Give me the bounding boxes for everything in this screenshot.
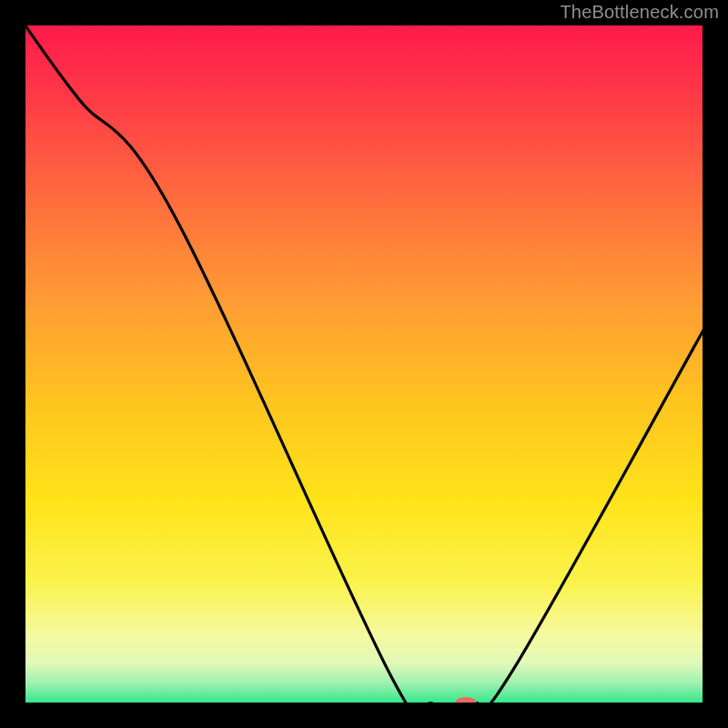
watermark-text: TheBottleneck.com xyxy=(560,2,719,23)
chart-svg xyxy=(0,0,728,728)
plot-background xyxy=(25,25,703,703)
chart-stage: { "watermark": "TheBottleneck.com", "cha… xyxy=(0,0,728,728)
